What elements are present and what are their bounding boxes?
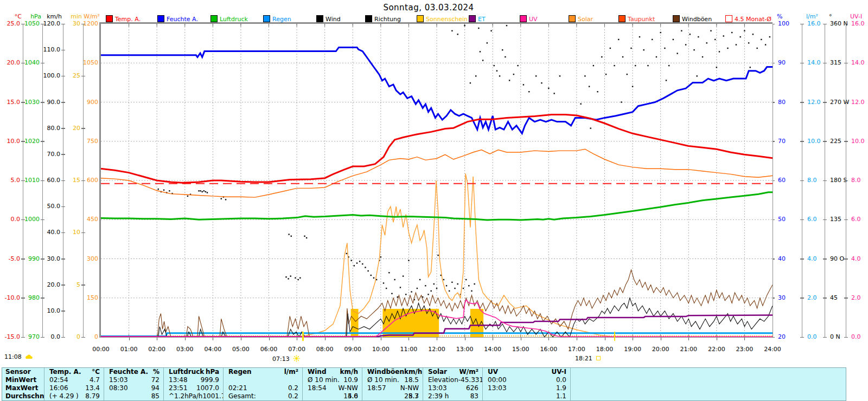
axis-l/m²-tick	[800, 219, 804, 221]
table-cell-durchschnitt: 4.6	[303, 392, 362, 400]
x-axis-tick	[577, 338, 577, 340]
axis-hpa-tick	[41, 180, 44, 182]
richtung-dot	[290, 275, 291, 276]
x-axis-tick	[437, 338, 437, 340]
table-cell-maxwert: 18:54W-NW 15.0	[303, 384, 362, 392]
axis-°-tick-label: 45	[830, 295, 838, 301]
legend-item-et: ET	[469, 15, 486, 22]
richtung-dot	[470, 82, 471, 83]
sunset-square-icon	[596, 356, 601, 360]
axis-°c-tick-label: -10.0	[5, 295, 20, 301]
time-tick-label: 04:00	[201, 346, 225, 353]
richtung-dot	[559, 75, 560, 76]
time-tick-label: 14:00	[481, 346, 505, 353]
column-unit: hPa	[206, 368, 223, 376]
cell-time: Ø 10 min.	[303, 376, 340, 384]
table-row-label: MinWert	[2, 376, 44, 384]
richtung-dot	[614, 65, 615, 66]
table-cell-minwert: 13:48999.9	[164, 376, 223, 384]
richtung-dot	[391, 293, 392, 294]
axis-hpa-tick-label: 970	[28, 334, 40, 340]
table-column-header: Windkm/h	[303, 368, 362, 376]
sunrise-sun-icon	[293, 355, 300, 362]
time-tick-label: 03:00	[173, 346, 197, 353]
axis-km/h-tick-label: 30.0	[47, 256, 61, 262]
cell-time	[104, 392, 109, 400]
legend-swatch	[157, 15, 164, 22]
cell-value: 4.6	[348, 392, 362, 400]
sunrise-marker	[302, 332, 304, 341]
richtung-dot	[297, 279, 298, 280]
time-tick-label: 06:00	[257, 346, 281, 353]
richtung-dot	[163, 189, 164, 190]
axis-uv-i-tick-label: 2.0	[851, 295, 861, 301]
time-tick-label: 23:00	[732, 346, 756, 353]
axis-uv-i-tick	[844, 102, 848, 103]
x-axis-tick	[633, 338, 633, 340]
richtung-dot	[425, 285, 426, 286]
axis-°c-tick-label: -5.0	[9, 256, 20, 262]
richtung-dot	[553, 93, 554, 94]
table-cell-durchschnitt: Gesamt:0.2	[224, 392, 302, 400]
richtung-dot	[443, 279, 444, 280]
cell-value: W-NW 15.0	[327, 384, 362, 392]
axis-°-tick-label: 0 N	[830, 334, 840, 340]
legend-swatch	[725, 15, 732, 22]
legend-item-windb-en: Windböen	[673, 15, 712, 22]
cell-time: 02:54	[44, 376, 68, 384]
richtung-dot	[200, 190, 201, 191]
axis-°-tick-label: 90 O	[830, 256, 844, 262]
cell-time: (+ 4.29 )	[44, 392, 79, 400]
richtung-dot	[187, 196, 188, 197]
sunrise-value: 07:13	[272, 355, 290, 363]
richtung-dot	[635, 65, 636, 66]
richtung-dot	[622, 56, 623, 57]
legend-swatch	[520, 15, 527, 22]
richtung-dot	[463, 288, 464, 289]
richtung-dot	[656, 56, 657, 57]
cell-value: 1.9	[556, 384, 570, 392]
legend-swatch	[263, 15, 270, 22]
axis-°-tick	[823, 180, 827, 182]
richtung-dot	[584, 75, 585, 76]
cell-time: 00:00	[483, 376, 507, 384]
axis-uv-i-tick-label: 0.0	[851, 334, 861, 340]
richtung-dot	[288, 234, 289, 235]
axis-%-tick-label: 80	[778, 99, 786, 106]
table-cell-durchschnitt: ^1.2hPa/h1001.7	[164, 392, 223, 400]
axis-min-tick	[81, 76, 85, 77]
column-unit: km/h	[404, 368, 423, 376]
x-axis-tick	[381, 338, 381, 340]
axis-%-tick-label: 60	[778, 177, 786, 184]
table-empty-column	[571, 368, 846, 400]
richtung-dot	[541, 82, 542, 83]
time-tick-label: 01:00	[117, 346, 141, 353]
richtung-dot	[698, 36, 699, 37]
time-tick-label: 12:00	[425, 346, 449, 353]
axis-°c-tick-label: 25.0	[7, 21, 21, 27]
axis-uv-i-tick-label: 14.0	[851, 60, 865, 66]
table-cell-maxwert: 23:511007.0	[164, 384, 223, 392]
axis-km/h-tick-label: 80.0	[47, 125, 61, 132]
axis-km/h-tick-label: 60.0	[47, 177, 61, 184]
richtung-dot	[437, 255, 438, 256]
table-cell-minwert: 00:000.0	[483, 376, 570, 384]
axis-km/h-tick-label: 40.0	[47, 229, 61, 236]
axis-uv-i-tick-label: 8.0	[851, 177, 861, 184]
richtung-dot	[748, 42, 749, 43]
table-column-header: Regenl/m²	[224, 368, 302, 376]
axis-°c-tick-label: -15.0	[5, 334, 20, 340]
column-unit: W/m²	[459, 368, 482, 376]
column-name: Windböen	[362, 368, 404, 376]
time-tick-label: 13:00	[453, 346, 477, 353]
table-column-uv: UVUV-I00:000.013:031.91.1	[483, 368, 571, 400]
axis-min-tick-label: 5	[76, 282, 80, 288]
richtung-dot	[621, 101, 622, 102]
richtung-dot	[367, 270, 368, 271]
axis-min-tick	[81, 180, 85, 182]
axis-l/m²-tick-label: 4.0	[807, 256, 817, 262]
axis-uv-i-unit: UV-I	[850, 13, 862, 20]
column-name: Feuchte A.	[104, 368, 148, 376]
table-column-regen: Regenl/m²02:210.2Gesamt:0.2	[224, 368, 303, 400]
axis-km/h-tick	[61, 311, 65, 312]
